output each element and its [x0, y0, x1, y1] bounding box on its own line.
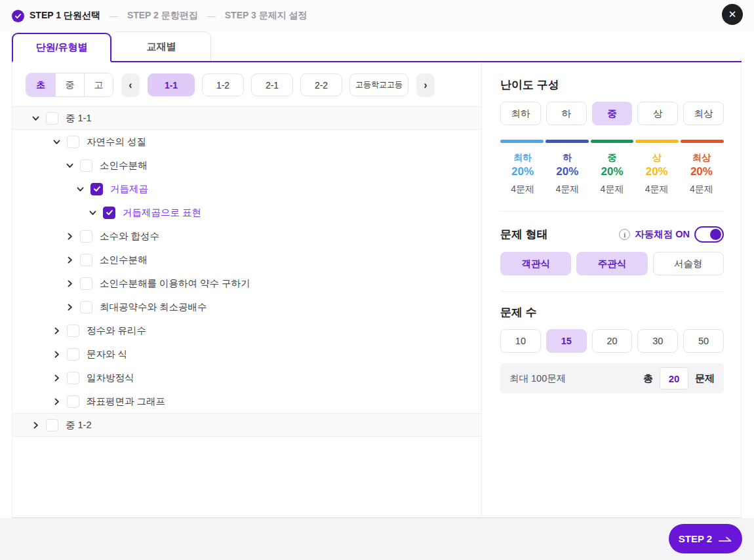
tab-textbook[interactable]: 교재별: [111, 31, 211, 61]
difficulty-button-하[interactable]: 하: [546, 102, 587, 125]
chevron-right-icon[interactable]: [64, 301, 75, 313]
chevron-down-icon[interactable]: [30, 112, 41, 124]
chevron-right-icon[interactable]: [64, 254, 75, 266]
info-icon[interactable]: i: [619, 229, 630, 240]
tree-row[interactable]: 소인수분해: [12, 153, 481, 177]
total-prefix-label: 총: [643, 372, 653, 385]
question-count-button-20[interactable]: 20: [592, 329, 633, 353]
tree-row[interactable]: 좌표평면과 그래프: [12, 390, 481, 413]
question-count-title: 문제 수: [500, 305, 724, 320]
max-count-label: 최대 100문제: [509, 372, 566, 385]
question-type-button-주관식[interactable]: 주관식: [576, 252, 647, 275]
tree-row[interactable]: 문자와 식: [12, 342, 481, 366]
chevron-right-icon[interactable]: [50, 325, 62, 336]
chevron-down-icon[interactable]: [50, 136, 62, 148]
grade-button-고[interactable]: 고: [84, 73, 113, 96]
tree-checkbox[interactable]: [67, 372, 79, 384]
tree-checkbox[interactable]: [90, 183, 103, 195]
section-divider: [500, 291, 724, 292]
settings-pane: 난이도 구성 최하하중상최상 최하20%4문제하20%4문제중20%4문제상20…: [482, 62, 741, 517]
difficulty-stat-name: 중: [589, 152, 634, 164]
tree-checkbox[interactable]: [67, 136, 79, 148]
question-type-header: 문제 형태 i 자동채점 ON: [500, 226, 724, 243]
auto-grading-toggle[interactable]: [694, 226, 724, 243]
tab-unit-type-label: 단원/유형별: [35, 41, 87, 54]
difficulty-stat-percent: 20%: [589, 165, 634, 178]
tree-row[interactable]: 거듭제곱으로 표현: [12, 201, 481, 224]
close-button[interactable]: ✕: [722, 4, 743, 25]
chapter-button-2-2[interactable]: 2-2: [300, 73, 342, 96]
difficulty-button-상[interactable]: 상: [637, 102, 678, 125]
grade-button-중[interactable]: 중: [55, 73, 84, 96]
tree-node-label: 중 1-1: [66, 112, 92, 125]
step-2-label: STEP 2 문항편집: [127, 10, 198, 22]
section-divider: [500, 211, 724, 212]
tree-row[interactable]: 자연수의 성질: [12, 130, 481, 153]
tree-checkbox[interactable]: [67, 325, 79, 337]
question-type-button-객관식[interactable]: 객관식: [500, 252, 571, 275]
chevron-right-icon[interactable]: [64, 230, 75, 242]
tree-node-label: 좌표평면과 그래프: [87, 395, 165, 408]
tree-checkbox[interactable]: [80, 159, 92, 172]
difficulty-stat-column: 하20%4문제: [545, 152, 589, 195]
chapter-button-1-2[interactable]: 1-2: [202, 73, 244, 96]
question-count-button-row: 1015203050: [500, 329, 724, 353]
tree-checkbox[interactable]: [80, 277, 92, 290]
tree-checkbox[interactable]: [67, 395, 79, 408]
chapter-button-고등학교고등[interactable]: 고등학교고등: [349, 73, 408, 96]
difficulty-stat-count: 4문제: [589, 184, 634, 195]
question-count-button-50[interactable]: 50: [683, 329, 724, 353]
tree-row[interactable]: 소인수분해: [12, 248, 481, 271]
question-count-button-30[interactable]: 30: [637, 329, 678, 353]
tree-checkbox[interactable]: [103, 207, 115, 219]
chapter-button-1-1[interactable]: 1-1: [148, 73, 195, 96]
tree-row[interactable]: 최대공약수와 최소공배수: [12, 295, 481, 319]
question-count-button-10[interactable]: 10: [500, 329, 541, 353]
tree-checkbox[interactable]: [46, 419, 58, 431]
next-step-button[interactable]: STEP 2: [669, 524, 742, 553]
chevron-right-icon[interactable]: [50, 348, 62, 360]
tree-row[interactable]: 소수와 합성수: [12, 224, 481, 248]
difficulty-button-중[interactable]: 중: [592, 102, 633, 125]
difficulty-stat-count: 4문제: [679, 184, 724, 195]
chevron-down-icon[interactable]: [64, 159, 75, 171]
difficulty-stat-count: 4문제: [635, 184, 679, 195]
chevron-right-icon[interactable]: [30, 419, 41, 431]
tree-row[interactable]: 일차방정식: [12, 366, 481, 390]
tree-checkbox[interactable]: [80, 301, 92, 313]
chevron-right-icon[interactable]: [64, 277, 75, 289]
difficulty-stat-column: 최하20%4문제: [500, 152, 545, 195]
next-step-label: STEP 2: [679, 533, 712, 544]
chapter-next-button[interactable]: ›: [416, 73, 435, 97]
difficulty-button-최상[interactable]: 최상: [683, 102, 724, 125]
tree-row[interactable]: 중 1-1: [12, 106, 481, 130]
chevron-down-icon[interactable]: [87, 207, 98, 218]
total-count-input[interactable]: [660, 367, 688, 390]
tree-node-label: 최대공약수와 최소공배수: [100, 301, 207, 313]
chevron-right-icon[interactable]: [50, 372, 62, 384]
tree-checkbox[interactable]: [46, 112, 58, 125]
tree-row[interactable]: 소인수분해를 이용하여 약수 구하기: [12, 271, 481, 295]
chapter-button-2-1[interactable]: 2-1: [251, 73, 293, 96]
chevron-right-icon[interactable]: [50, 395, 62, 407]
difficulty-stat-name: 상: [635, 152, 679, 164]
close-icon: ✕: [728, 9, 737, 20]
step-3-label: STEP 3 문제지 설정: [225, 10, 308, 22]
grade-button-초[interactable]: 초: [26, 73, 55, 96]
question-count-button-15[interactable]: 15: [546, 329, 587, 353]
difficulty-distribution-bar: [500, 140, 724, 143]
tab-unit-type[interactable]: 단원/유형별: [12, 33, 111, 62]
tree-node-label: 거듭제곱으로 표현: [123, 207, 201, 219]
tree-checkbox[interactable]: [80, 254, 92, 266]
tree-checkbox[interactable]: [67, 348, 79, 361]
difficulty-bar-segment: [500, 140, 544, 143]
tree-row[interactable]: 중 1-2: [12, 413, 481, 437]
chapter-prev-button[interactable]: ‹: [121, 73, 140, 97]
tree-checkbox[interactable]: [80, 230, 92, 243]
chevron-down-icon[interactable]: [74, 183, 86, 195]
tree-row[interactable]: 정수와 유리수: [12, 319, 481, 342]
difficulty-button-최하[interactable]: 최하: [500, 102, 541, 125]
tree-row[interactable]: 거듭제곱: [12, 177, 481, 201]
question-type-button-서술형[interactable]: 서술형: [653, 252, 724, 275]
tab-bar: 단원/유형별 교재별: [12, 31, 742, 62]
